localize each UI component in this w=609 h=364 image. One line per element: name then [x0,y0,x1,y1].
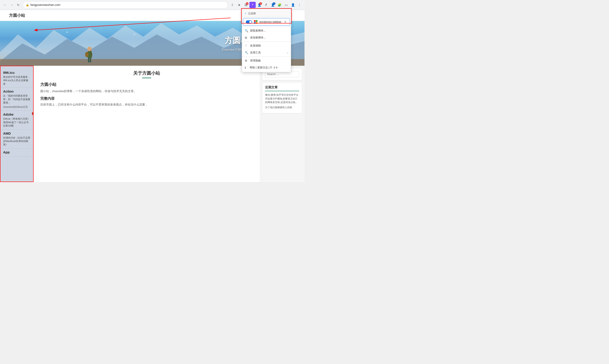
ext-badge: 12 [246,2,249,5]
sidebar-item-title-adobe: Adobe [3,113,30,116]
ext-check-icon: ✓ [245,12,247,15]
puzzle-button[interactable]: 🧩 [276,2,283,8]
content-divider [142,78,151,78]
ext-icon-4[interactable]: 👤 1 [270,2,276,8]
ext-icon-1[interactable]: Y [249,2,256,8]
sidebar-item-title-action: Action [3,90,30,93]
ext-menu-help-label: 帮助 | 更新日志 | © [250,66,272,69]
sidebar-hide-button[interactable]: 隐藏目录 [32,112,34,115]
forward-button[interactable]: → [9,2,15,8]
sidebar-item-title-996: 996.icu [3,71,30,75]
sidebar-item-title-amd: AMD [3,131,30,135]
extension-dropdown: ✓ 已启用 wordpress-sidebar × 🔍 获取新脚本... ⊞ 添… [242,9,291,72]
tools-icon: 🔧 [245,51,248,54]
ext-menu-tools-label: 实用工具 [250,51,261,54]
add-icon: ⊞ [245,36,248,39]
sidebar-right: 🔍 近期文章 微信,微博,知乎等社交内容平台开始显示IP属地,想要保卫自己的网络… [260,66,304,182]
recent-articles-title: 近期文章 [265,85,299,91]
svg-point-6 [85,52,89,57]
extensions-grid-button[interactable]: ⊞ 12 [243,2,249,8]
ext-help-icons: ℹ ℗ [274,66,278,69]
browser-frame: ← → ↻ 🔒 fangyuanxiaozhan.com ⇧ ★ ⊞ 12 Y … [0,0,304,182]
info-icon: ℹ [245,66,248,69]
svg-rect-8 [88,58,89,62]
ext-menu-help[interactable]: ℹ 帮助 | 更新日志 | © ℹ ℗ [242,64,291,71]
menu-button[interactable]: ⋮ [296,2,303,8]
ext-badge-2: 3 [259,2,262,5]
ext-menu-admin-label: 管理面板 [250,59,261,63]
content-heading: 方圆小站 [40,82,253,87]
ext-menu-tools[interactable]: 🔧 实用工具 › [242,49,291,56]
heart-icon: ♡ [245,44,248,47]
ext-icon-2[interactable]: 👤 3 [256,2,263,8]
sidebar-left: 隐藏目录 996.icu 衡水的中学为高考服务，996.icu为人民企业家服务 … [0,66,34,182]
ext-enabled-text: 已启用 [248,12,256,15]
ext-menu-admin[interactable]: ⚙ 管理面板 [242,57,291,64]
sidebar-item-adobe[interactable]: Adobe Github《章鱼猫六兄贵》我用AE做了一张公众号拉客Gif图 [0,111,33,130]
recent-item-1[interactable]: 微信,微博,知乎等社交内容平台开始显示IP属地,想要保卫自己的网络发言权,还是得… [265,93,299,104]
ext-icon-3[interactable]: f [263,2,269,8]
sidebar-item-desc-amd: 轻薄的代价（纪念不足两岁MacBook轻薄本的陨落） [3,136,30,146]
submenu-arrow: › [287,51,288,54]
sidebar-item-desc-adobe: Github《章鱼猫六兄贵》我用AE做了一张公众号拉客Gif图 [3,117,30,128]
search-icon: 🔍 [245,29,248,32]
content-section-heading: 完整内容 [40,96,253,101]
browser-toolbar: ← → ↻ 🔒 fangyuanxiaozhan.com ⇧ ★ ⊞ 12 Y … [0,0,304,10]
svg-point-10 [67,32,68,33]
bookmark-button[interactable]: ★ [236,2,242,8]
ext-plugin-name: wordpress-sidebar [259,20,282,24]
url-text: fangyuanxiaozhan.com [30,3,225,6]
sidebar-item-action[interactable]: Action 从「我的代码要改变世界」到「代码也不是最重要滴」 zhaoolee… [0,88,33,111]
ext-toggle[interactable] [246,20,252,24]
gear-icon: ⚙ [245,59,248,62]
recent-articles: 近期文章 微信,微博,知乎等社交内容平台开始显示IP属地,想要保卫自己的网络发言… [263,83,302,113]
ext-menu-add-scripts[interactable]: ⊞ 添加新脚本... [242,34,291,41]
ext-plugin-item[interactable]: wordpress-sidebar × [243,18,290,26]
ext-menu-get-scripts[interactable]: 🔍 获取新脚本... [242,27,291,34]
sidebar-item-amd[interactable]: AMD 轻薄的代价（纪念不足两岁MacBook轻薄本的陨落） [0,130,33,148]
ext-header: ✓ 已启用 [242,10,291,17]
ext-menu-donate[interactable]: ♡ 欢迎捐助 [242,42,291,49]
profile-button[interactable]: 👤 [290,2,296,8]
svg-point-5 [87,47,92,51]
sidebar-item-996[interactable]: 996.icu 衡水的中学为高考服务，996.icu为人民企业家服务 [0,69,33,88]
sidebar-item-app[interactable]: App [0,148,33,157]
ext-divider-3 [242,57,291,57]
sidebar-item-desc-996: 衡水的中学为高考服务，996.icu为人民企业家服务 [3,75,30,86]
ext-menu-donate-label: 欢迎捐助 [250,44,261,48]
svg-point-12 [133,34,135,35]
ext-divider-1 [242,26,291,27]
lock-icon: 🔒 [26,3,29,6]
address-bar[interactable]: 🔒 fangyuanxiaozhan.com [23,1,228,9]
share-button[interactable]: ⇧ [229,2,235,8]
svg-point-11 [100,27,101,28]
sidebar-item-title-app: App [3,150,30,154]
sidebar-item-link-action[interactable]: zhaoolee的Github主页 [3,105,30,109]
main-content: 隐藏目录 996.icu 衡水的中学为高考服务，996.icu为人民企业家服务 … [0,66,304,182]
content-intro: 圆小站，zhaoolee的博客，一个杂谈性质的网站，存放与技术无关的文章。 [40,89,253,94]
refresh-button[interactable]: ↻ [15,2,22,8]
site-logo: 方圆小站 [9,13,25,18]
toolbar-actions: ⇧ ★ ⊞ 12 Y 👤 3 f 👤 1 🧩 ▭ 👤 ⋮ [229,2,303,8]
ext-plugin-icon [254,20,258,24]
back-button[interactable]: ← [2,2,8,8]
nav-buttons: ← → ↻ [2,2,22,8]
svg-rect-9 [90,58,91,62]
content-area: 关于方圆小站 方圆小站 圆小站，zhaoolee的博客，一个杂谈性质的网站，存放… [34,66,260,182]
ext-menu-get-scripts-label: 获取新脚本... [250,29,266,33]
content-body: 目前市面上，已经没有什么内容平台，可以不受审查的发表观点，本站没什么流量， [40,102,253,107]
sidebar-item-desc-action: 从「我的代码要改变世界」到「代码也不是最重要滴」 [3,94,30,104]
window-button[interactable]: ▭ [283,2,289,8]
ext-close-button[interactable]: × [283,20,287,24]
content-section-title: 关于方圆小站 [40,70,253,76]
recent-item-2[interactable]: 为了他们能够拥有人的权 [265,105,299,109]
ext-badge-4: 1 [273,2,275,5]
ext-menu-add-scripts-label: 添加新脚本... [250,36,266,39]
